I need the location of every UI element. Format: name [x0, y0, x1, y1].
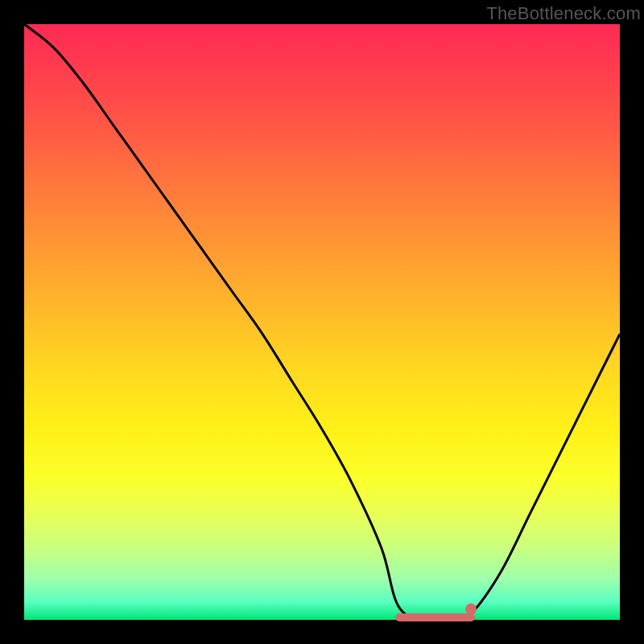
plot-area — [24, 24, 620, 620]
min-annotation-dot — [465, 604, 477, 615]
watermark-text: TheBottleneck.com — [486, 3, 641, 24]
bottleneck-curve — [24, 24, 620, 621]
chart-frame: TheBottleneck.com — [0, 0, 644, 644]
chart-svg — [24, 24, 620, 620]
